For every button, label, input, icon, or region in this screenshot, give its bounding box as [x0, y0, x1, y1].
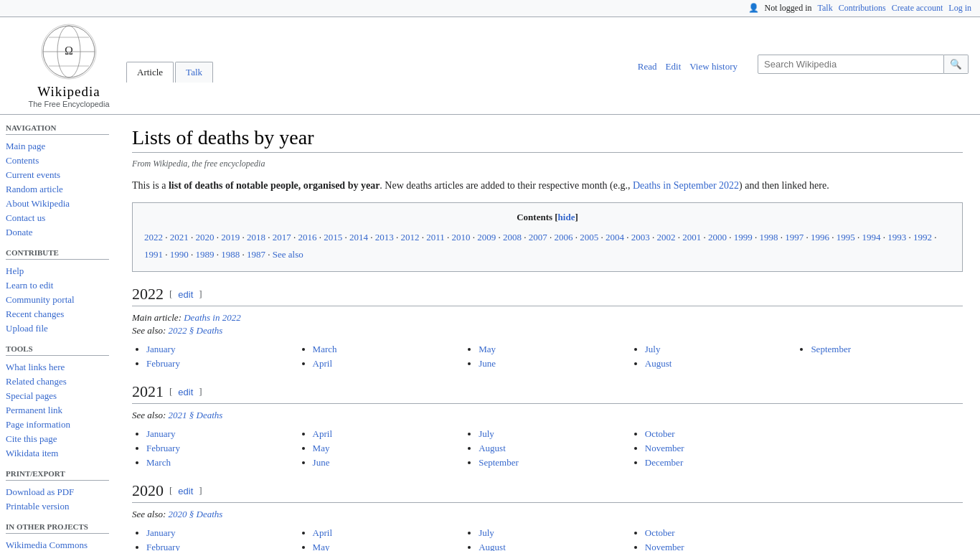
contents-year-link-2021[interactable]: 2021 [170, 232, 189, 242]
deaths-sep-2022-link[interactable]: Deaths in September 2022 [633, 180, 739, 191]
month-link-May-2022[interactable]: May [479, 344, 496, 354]
contents-year-link-2005[interactable]: 2005 [580, 232, 598, 242]
month-link-April-2021[interactable]: April [313, 428, 332, 439]
contents-year-link-2010[interactable]: 2010 [452, 232, 471, 242]
month-link-February-2020[interactable]: February [146, 542, 180, 551]
sidebar-link-help[interactable]: Help [6, 265, 24, 276]
sidebar-link-current-events[interactable]: Current events [6, 169, 60, 180]
see-also-link-2021[interactable]: 2021 § Deaths [169, 410, 223, 420]
sidebar-link-learn-to-edit[interactable]: Learn to edit [6, 280, 53, 291]
month-link-March-2022[interactable]: March [313, 344, 337, 354]
month-link-April-2022[interactable]: April [313, 358, 332, 369]
month-link-March-2021[interactable]: March [146, 457, 171, 468]
search-button[interactable]: 🔍 [944, 55, 969, 74]
see-also-link-2022[interactable]: 2022 § Deaths [169, 325, 223, 336]
month-link-January-2022[interactable]: January [146, 344, 175, 354]
edit-link-2020[interactable]: edit [178, 486, 193, 496]
sidebar-link-upload-file[interactable]: Upload file [6, 323, 48, 334]
contents-year-link-2012[interactable]: 2012 [401, 232, 420, 242]
contents-year-link-2003[interactable]: 2003 [631, 232, 650, 242]
month-link-May-2021[interactable]: May [313, 443, 330, 453]
contents-year-link-2001[interactable]: 2001 [682, 232, 701, 242]
contents-year-link-2004[interactable]: 2004 [606, 232, 624, 242]
sidebar-link-page-information[interactable]: Page information [6, 419, 70, 430]
edit-tab[interactable]: Edit [666, 61, 682, 72]
month-link-August-2020[interactable]: August [479, 542, 506, 551]
month-link-January-2020[interactable]: January [146, 527, 175, 538]
contents-year-link-1991[interactable]: 1991 [144, 249, 163, 260]
contents-year-link-2014[interactable]: 2014 [349, 232, 368, 242]
month-link-April-2020[interactable]: April [313, 527, 332, 538]
read-tab[interactable]: Read [638, 61, 657, 72]
month-link-June-2022[interactable]: June [479, 358, 496, 369]
contents-year-link-2008[interactable]: 2008 [503, 232, 522, 242]
create-account-link[interactable]: Create account [892, 3, 943, 14]
log-in-link[interactable]: Log in [948, 3, 971, 14]
contents-year-link-2018[interactable]: 2018 [247, 232, 265, 242]
sidebar-link-donate[interactable]: Donate [6, 227, 33, 237]
contents-year-link-2017[interactable]: 2017 [273, 232, 291, 242]
tab-talk[interactable]: Talk [175, 62, 213, 83]
sidebar-link-about-wikipedia[interactable]: About Wikipedia [6, 198, 70, 209]
contents-year-link-1999[interactable]: 1999 [734, 232, 753, 242]
month-link-August-2021[interactable]: August [479, 443, 506, 453]
sidebar-link-contact-us[interactable]: Contact us [6, 212, 45, 223]
contributions-link[interactable]: Contributions [839, 3, 886, 14]
sidebar-link-download-as-pdf[interactable]: Download as PDF [6, 486, 74, 497]
contents-year-link-2022[interactable]: 2022 [144, 232, 163, 242]
contents-year-link-1992[interactable]: 1992 [913, 232, 932, 242]
month-link-October-2020[interactable]: October [645, 527, 675, 538]
month-link-February-2022[interactable]: February [146, 358, 180, 369]
contents-year-link-2007[interactable]: 2007 [529, 232, 547, 242]
edit-link-2022[interactable]: edit [178, 289, 193, 300]
month-link-October-2021[interactable]: October [645, 428, 675, 439]
sidebar-link-main-page[interactable]: Main page [6, 141, 45, 151]
contents-year-link-2011[interactable]: 2011 [426, 232, 445, 242]
month-link-September-2021[interactable]: September [479, 457, 519, 468]
sidebar-link-printable-version[interactable]: Printable version [6, 501, 69, 512]
contents-year-link-1988[interactable]: 1988 [221, 249, 240, 260]
month-link-September-2022[interactable]: September [811, 344, 851, 354]
sidebar-link-special-pages[interactable]: Special pages [6, 390, 57, 401]
tab-article[interactable]: Article [126, 62, 174, 83]
contents-year-link-1998[interactable]: 1998 [760, 232, 778, 242]
sidebar-link-random-article[interactable]: Random article [6, 184, 63, 194]
month-link-May-2020[interactable]: May [313, 542, 330, 551]
hide-contents-link[interactable]: hide [558, 212, 575, 222]
sidebar-link-what-links-here[interactable]: What links here [6, 362, 65, 372]
contents-year-link-2016[interactable]: 2016 [298, 232, 317, 242]
contents-year-link-1997[interactable]: 1997 [785, 232, 804, 242]
contents-see-also-link[interactable]: See also [273, 249, 303, 260]
search-input[interactable] [758, 55, 944, 74]
talk-link[interactable]: Talk [818, 3, 833, 14]
month-link-November-2020[interactable]: November [645, 542, 684, 551]
sidebar-link-cite-this-page[interactable]: Cite this page [6, 433, 57, 444]
contents-year-link-1995[interactable]: 1995 [837, 232, 855, 242]
contents-year-link-2019[interactable]: 2019 [221, 232, 240, 242]
contents-year-link-1993[interactable]: 1993 [887, 232, 906, 242]
contents-year-link-2006[interactable]: 2006 [555, 232, 573, 242]
sidebar-link-wikimedia-commons[interactable]: Wikimedia Commons [6, 540, 88, 550]
contents-year-link-2009[interactable]: 2009 [477, 232, 496, 242]
contents-year-link-2020[interactable]: 2020 [196, 232, 215, 242]
month-link-December-2021[interactable]: December [645, 457, 683, 468]
main-article-link-2022[interactable]: Deaths in 2022 [184, 312, 240, 323]
contents-year-link-2015[interactable]: 2015 [324, 232, 342, 242]
sidebar-link-contents[interactable]: Contents [6, 155, 39, 166]
month-link-November-2021[interactable]: November [645, 443, 684, 453]
month-link-June-2021[interactable]: June [313, 457, 330, 468]
contents-year-link-2013[interactable]: 2013 [375, 232, 394, 242]
contents-year-link-1989[interactable]: 1989 [196, 249, 215, 260]
month-link-January-2021[interactable]: January [146, 428, 175, 439]
contents-year-link-2002[interactable]: 2002 [657, 232, 676, 242]
month-link-February-2021[interactable]: February [146, 443, 180, 453]
sidebar-link-related-changes[interactable]: Related changes [6, 376, 67, 387]
month-link-July-2020[interactable]: July [479, 527, 494, 538]
sidebar-link-recent-changes[interactable]: Recent changes [6, 309, 64, 319]
sidebar-link-wikidata-item[interactable]: Wikidata item [6, 448, 58, 458]
contents-year-link-1990[interactable]: 1990 [170, 249, 189, 260]
month-link-August-2022[interactable]: August [645, 358, 672, 369]
month-link-July-2021[interactable]: July [479, 428, 494, 439]
contents-year-link-2000[interactable]: 2000 [708, 232, 727, 242]
contents-year-link-1987[interactable]: 1987 [247, 249, 265, 260]
